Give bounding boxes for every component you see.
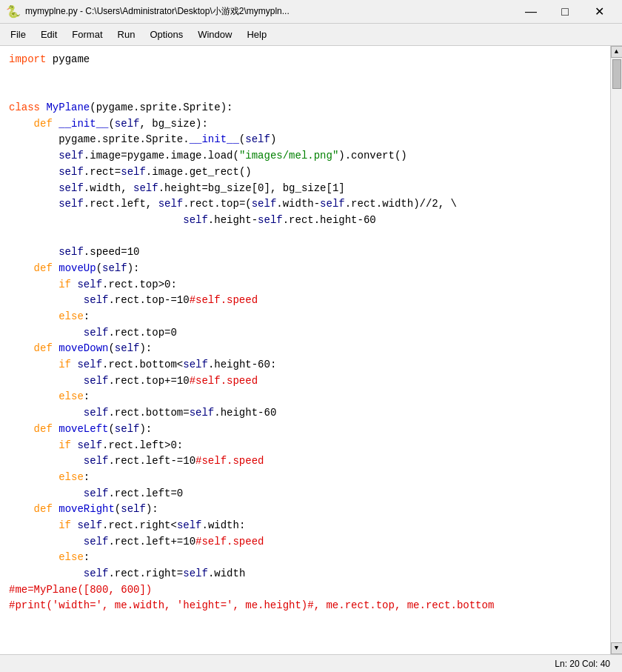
vertical-scrollbar[interactable]: ▲ ▼ (610, 46, 622, 654)
app-icon: 🐍 (6, 4, 21, 19)
menu-window[interactable]: Window (190, 26, 239, 43)
maximize-button[interactable]: □ (548, 0, 582, 24)
close-button[interactable]: ✕ (582, 0, 616, 24)
scroll-thumb[interactable] (612, 59, 621, 89)
menu-help[interactable]: Help (239, 26, 274, 43)
menu-bar: File Edit Format Run Options Window Help (0, 24, 622, 46)
scroll-up-arrow[interactable]: ▲ (611, 46, 623, 58)
minimize-button[interactable]: — (514, 0, 548, 24)
scroll-down-arrow[interactable]: ▼ (611, 642, 623, 654)
menu-file[interactable]: File (3, 26, 33, 43)
editor-container: import pygame class MyPlane(pygame.sprit… (0, 46, 622, 654)
menu-run[interactable]: Run (110, 26, 143, 43)
title-bar: 🐍 mymyplne.py - C:\Users\Administrator\D… (0, 0, 622, 24)
window-title: mymyplne.py - C:\Users\Administrator\Des… (25, 5, 514, 18)
cursor-position: Ln: 20 Col: 40 (555, 659, 610, 669)
status-bar: Ln: 20 Col: 40 (0, 654, 622, 672)
menu-format[interactable]: Format (64, 26, 110, 43)
code-editor[interactable]: import pygame class MyPlane(pygame.sprit… (0, 46, 610, 654)
menu-edit[interactable]: Edit (33, 26, 64, 43)
window-controls: — □ ✕ (514, 0, 616, 24)
menu-options[interactable]: Options (142, 26, 190, 43)
